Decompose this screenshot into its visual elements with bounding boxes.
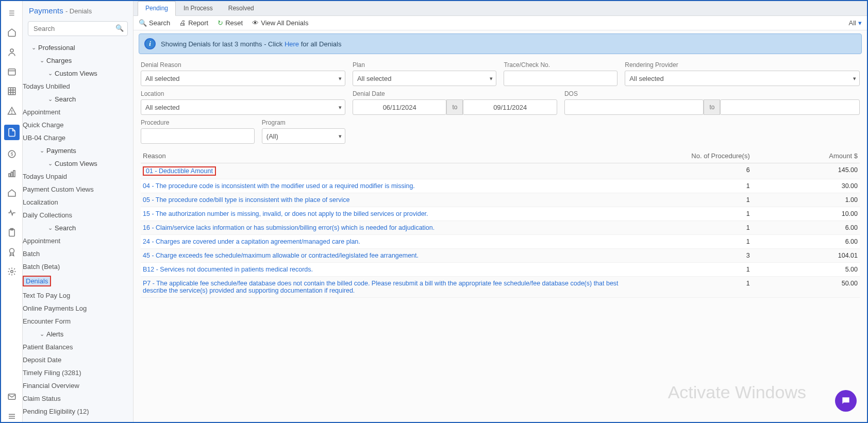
label-denial-reason: Denial Reason xyxy=(141,61,345,69)
tab-resolved[interactable]: Resolved xyxy=(221,1,262,15)
nav-daily-collections[interactable]: Daily Collections xyxy=(23,209,133,222)
col-reason[interactable]: Reason xyxy=(141,149,644,163)
home-icon[interactable] xyxy=(6,27,18,38)
sidebar-search-input[interactable] xyxy=(28,21,128,36)
icon-rail: ☰ $ xyxy=(1,1,23,422)
nav-custom-views-pay[interactable]: ⌄Custom Views xyxy=(23,157,133,170)
house2-icon[interactable] xyxy=(6,188,18,199)
nav-custom-views[interactable]: ⌄Custom Views xyxy=(23,67,133,80)
tab-in-process[interactable]: In Process xyxy=(176,1,221,15)
nav-localization[interactable]: Localization xyxy=(23,196,133,209)
reason-link[interactable]: 01 - Deductible Amount xyxy=(143,166,216,176)
heart-icon[interactable] xyxy=(6,207,18,218)
cell-procedures: 1 xyxy=(644,207,752,221)
nav-online-payments[interactable]: Online Payments Log xyxy=(23,302,133,315)
input-dos-from[interactable] xyxy=(564,99,704,115)
reason-link[interactable]: 04 - The procedure code is inconsistent … xyxy=(143,182,415,190)
page-title: Payments xyxy=(29,6,63,15)
chat-fab[interactable] xyxy=(835,390,857,412)
nav-todays-unbilled[interactable]: Todays Unbilled xyxy=(23,80,133,93)
input-procedure[interactable] xyxy=(141,128,255,144)
nav-appointment-pay[interactable]: Appointment xyxy=(23,234,133,247)
warning-icon[interactable] xyxy=(6,105,18,116)
document-icon[interactable] xyxy=(4,125,20,140)
view-all-button[interactable]: 👁View All Denials xyxy=(252,19,308,27)
menu-icon[interactable]: ☰ xyxy=(6,7,18,19)
select-plan[interactable]: All selected▾ xyxy=(353,71,497,86)
nav-payment-custom-views[interactable]: Payment Custom Views xyxy=(23,183,133,196)
nav-financial-overview[interactable]: Financial Overview xyxy=(23,379,133,392)
svg-rect-1 xyxy=(8,69,15,75)
reason-link[interactable]: 05 - The procedure code/bill type is inc… xyxy=(143,196,349,204)
nav-text-to-pay[interactable]: Text To Pay Log xyxy=(23,289,133,302)
user-icon[interactable] xyxy=(6,46,18,58)
mail-icon[interactable] xyxy=(6,391,18,402)
nav-charges[interactable]: ⌄Charges xyxy=(23,54,133,67)
cell-amount: 50.00 xyxy=(752,277,860,298)
money-icon[interactable]: $ xyxy=(6,148,18,160)
cell-procedures: 1 xyxy=(644,235,752,249)
nav-batch[interactable]: Batch xyxy=(23,247,133,260)
label-plan: Plan xyxy=(353,61,497,69)
banner-post: for all Denials xyxy=(299,40,341,48)
nav-deposit-date[interactable]: Deposit Date xyxy=(23,353,133,366)
reason-link[interactable]: 15 - The authorization number is missing… xyxy=(143,210,428,217)
gear-icon[interactable] xyxy=(6,266,18,277)
label-location: Location xyxy=(141,90,345,97)
nav-professional[interactable]: ⌄Professional xyxy=(23,41,133,54)
clipboard-icon[interactable] xyxy=(6,227,18,238)
cell-amount: 5.00 xyxy=(752,263,860,277)
col-procedures[interactable]: No. of Procedure(s) xyxy=(644,149,752,163)
search-icon: 🔍 xyxy=(139,19,147,27)
chart-icon[interactable] xyxy=(6,168,18,179)
select-program[interactable]: (All)▾ xyxy=(262,128,345,144)
nav-encounter-form[interactable]: Encounter Form xyxy=(23,315,133,328)
all-dropdown[interactable]: All▾ xyxy=(849,19,862,27)
calendar-icon[interactable] xyxy=(6,66,18,77)
nav-batch-beta[interactable]: Batch (Beta) xyxy=(23,260,133,273)
grid-icon[interactable] xyxy=(6,86,18,97)
input-denial-date-from[interactable]: 06/11/2024 xyxy=(353,99,446,115)
search-button[interactable]: 🔍Search xyxy=(139,19,170,27)
input-trace[interactable] xyxy=(504,71,617,86)
select-denial-reason[interactable]: All selected▾ xyxy=(141,71,345,86)
tab-pending[interactable]: Pending xyxy=(138,1,176,16)
cell-procedures: 1 xyxy=(644,263,752,277)
status-tabs: Pending In Process Resolved xyxy=(133,1,867,16)
reason-link[interactable]: 24 - Charges are covered under a capitat… xyxy=(143,238,360,245)
nav-denials[interactable]: Denials xyxy=(23,273,133,289)
chevron-down-icon: ▾ xyxy=(339,133,342,140)
nav-quick-charge[interactable]: Quick Charge xyxy=(23,119,133,131)
input-dos-to[interactable] xyxy=(720,99,860,115)
nav-search-pay[interactable]: ⌄Search xyxy=(23,222,133,234)
nav-claim-status[interactable]: Claim Status xyxy=(23,392,133,405)
nav-alerts[interactable]: ⌄Alerts xyxy=(23,328,133,341)
reason-link[interactable]: 45 - Charge exceeds fee schedule/maximum… xyxy=(143,252,419,259)
report-button[interactable]: 🖨Report xyxy=(179,19,208,27)
search-icon: 🔍 xyxy=(115,24,124,32)
page-subtitle: - Denials xyxy=(65,7,92,15)
list-icon[interactable] xyxy=(6,411,18,422)
label-dos: DOS xyxy=(564,90,860,97)
nav-search-charges[interactable]: ⌄Search xyxy=(23,93,133,106)
banner-link[interactable]: Here xyxy=(285,40,299,48)
reset-button[interactable]: ↻Reset xyxy=(218,19,243,27)
select-rendering[interactable]: All selected▾ xyxy=(625,71,860,86)
input-denial-date-to[interactable]: 09/11/2024 xyxy=(463,99,557,115)
select-location[interactable]: All selected▾ xyxy=(141,99,345,115)
caret-down-icon: ▾ xyxy=(858,19,862,27)
chat-icon xyxy=(841,396,851,406)
reason-link[interactable]: B12 - Services not documented in patient… xyxy=(143,266,313,273)
label-denial-date: Denial Date xyxy=(353,90,557,97)
badge-icon[interactable] xyxy=(6,246,18,258)
nav-payments[interactable]: ⌄Payments xyxy=(23,144,133,157)
nav-ub04[interactable]: UB-04 Charge xyxy=(23,131,133,144)
nav-patient-balances[interactable]: Patient Balances xyxy=(23,341,133,353)
nav-timely-filing[interactable]: Timely Filing (3281) xyxy=(23,366,133,379)
reason-link[interactable]: 16 - Claim/service lacks information or … xyxy=(143,224,435,231)
reason-link[interactable]: P7 - The applicable fee schedule/fee dat… xyxy=(143,280,619,294)
nav-appointment-charges[interactable]: Appointment xyxy=(23,106,133,119)
nav-pending-eligibility[interactable]: Pending Eligibility (12) xyxy=(23,405,133,418)
col-amount[interactable]: Amount $ xyxy=(752,149,860,163)
nav-todays-unpaid[interactable]: Todays Unpaid xyxy=(23,170,133,183)
